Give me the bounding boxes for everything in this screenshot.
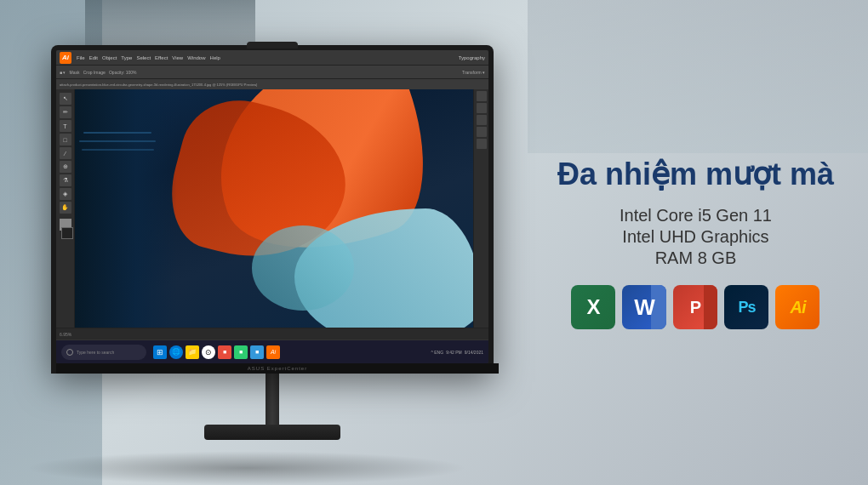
menu-effect[interactable]: Effect: [155, 55, 168, 60]
taskbar-app3-icon[interactable]: ■: [250, 345, 264, 359]
ai-main-area: ↖ ✏ T □ ∕ ⊕ ⚗ ◈ ✋: [56, 89, 488, 328]
taskbar-chrome-icon[interactable]: ⊙: [202, 345, 215, 359]
taskbar-edge-icon[interactable]: 🌐: [169, 345, 183, 359]
excel-label: X: [586, 295, 600, 319]
menu-help[interactable]: Help: [210, 55, 220, 60]
ai-toolbar2: ■ ▾ Mask Crop Image Opacity: 100% Transf…: [56, 66, 488, 79]
menu-type[interactable]: Type: [121, 55, 132, 60]
taskbar-app2-icon[interactable]: ■: [234, 345, 248, 359]
tool-hand[interactable]: ✋: [60, 202, 71, 214]
menu-window[interactable]: Window: [187, 55, 205, 60]
monitor: Ai File Edit Object Type Select Effect V…: [51, 45, 494, 374]
windows-taskbar: Type here to search ⊞ 🌐 📁: [56, 340, 488, 363]
workspace-label: Typography: [459, 55, 485, 60]
tool-select[interactable]: ↖: [60, 93, 71, 105]
menu-file[interactable]: File: [77, 55, 85, 60]
tool-brush[interactable]: ∕: [60, 147, 71, 159]
spec-ram: RAM 8 GB: [655, 248, 737, 268]
tool-shape[interactable]: □: [60, 134, 71, 146]
panel-icon-2: [477, 103, 487, 113]
tool-text[interactable]: T: [60, 120, 71, 132]
powerpoint-icon: P: [673, 285, 717, 329]
statusbar-text: 6.95%: [60, 332, 71, 337]
panel-icon-3: [477, 115, 487, 125]
menu-select[interactable]: Select: [136, 55, 151, 60]
spec-gpu: Intel UHD Graphics: [622, 227, 768, 247]
taskbar-app1-icon[interactable]: ■: [218, 345, 231, 359]
floor-shadow: [26, 451, 468, 485]
ai-menubar: Ai File Edit Object Type Select Effect V…: [56, 50, 488, 66]
word-label: W: [634, 294, 655, 321]
right-content-panel: Đa nhiệm mượt mà Intel Core i5 Gen 11 In…: [557, 156, 834, 329]
powerpoint-label: P: [690, 298, 701, 317]
headline-text: Đa nhiệm mượt mà: [557, 156, 834, 192]
excel-icon: X: [571, 285, 615, 329]
taskbar-search-box[interactable]: Type here to search: [61, 345, 146, 360]
ai-canvas[interactable]: [75, 89, 473, 328]
tray-date: 9/14/2021: [465, 350, 483, 355]
panel-icon-4: [477, 127, 487, 137]
bg-shape-top-right: [528, 0, 868, 153]
tool-pen[interactable]: ✏: [60, 106, 71, 118]
spec-cpu: Intel Core i5 Gen 11: [620, 206, 772, 225]
wave-line-2: [79, 140, 156, 142]
screen: Ai File Edit Object Type Select Effect V…: [56, 50, 488, 363]
color-swatch-bg: [61, 227, 73, 239]
menu-view[interactable]: View: [172, 55, 183, 60]
specs-list: Intel Core i5 Gen 11 Intel UHD Graphics …: [620, 206, 772, 268]
menu-edit[interactable]: Edit: [89, 55, 98, 60]
toolbar2-transform: Transform ▾: [462, 70, 485, 75]
ai-right-panel: [473, 89, 488, 328]
ai-menu-items: File Edit Object Type Select Effect View…: [77, 55, 220, 60]
monitor-stand-neck: [266, 374, 279, 425]
taskbar-ai-icon[interactable]: Ai: [266, 345, 280, 359]
tool-zoom[interactable]: ⊕: [60, 161, 71, 173]
monitor-stand-base: [204, 425, 340, 440]
illustrator-label: Ai: [790, 298, 805, 317]
menu-object[interactable]: Object: [102, 55, 117, 60]
illustrator-icon: Ai: [775, 285, 819, 329]
taskbar-windows-icon[interactable]: ⊞: [153, 345, 167, 359]
wave-line-1: [83, 132, 151, 134]
path-text: attach-product-presentation-blue-red-cir…: [60, 83, 257, 87]
taskbar-search-icon: [66, 349, 73, 356]
word-icon: W: [622, 285, 666, 329]
brand-label: ASUS ExpertCenter: [248, 366, 307, 371]
path-breadcrumb: attach-product-presentation-blue-red-cir…: [56, 79, 488, 89]
monitor-brand-bar: ASUS ExpertCenter: [56, 363, 499, 374]
photoshop-icon: Ps: [724, 285, 768, 329]
taskbar-search-text: Type here to search: [77, 350, 114, 355]
ai-logo-icon: Ai: [60, 52, 71, 64]
taskbar-explorer-icon[interactable]: 📁: [186, 345, 199, 359]
taskbar-pinned-icons: ⊞ 🌐 📁 ⊙ ■: [153, 345, 280, 359]
monitor-container: Ai File Edit Object Type Select Effect V…: [51, 45, 494, 440]
swirl-cyan-2: [252, 225, 354, 311]
canvas-artwork: [75, 89, 473, 328]
toolbar2-text: ■ ▾ Mask Crop Image Opacity: 100%: [60, 70, 137, 75]
photoshop-label: Ps: [738, 299, 755, 317]
ai-toolbox: ↖ ✏ T □ ∕ ⊕ ⚗ ◈ ✋: [56, 89, 75, 328]
tray-icons: ^ ENG: [431, 350, 444, 355]
dark-left-edge: [75, 89, 177, 328]
panel-icon-5: [477, 139, 487, 149]
taskbar-system-tray: ^ ENG 9:42 PM 9/14/2021: [431, 350, 483, 355]
tray-time: 9:42 PM: [446, 350, 462, 355]
canvas-swirl-overlay: [75, 89, 473, 328]
wave-line-3: [82, 149, 154, 151]
ai-statusbar: 6.95%: [56, 328, 488, 340]
app-icons-row: X W P Ps Ai: [571, 285, 819, 329]
tool-eyedropper[interactable]: ⚗: [60, 174, 71, 186]
tool-gradient[interactable]: ◈: [60, 188, 71, 200]
panel-icon-1: [477, 91, 487, 101]
